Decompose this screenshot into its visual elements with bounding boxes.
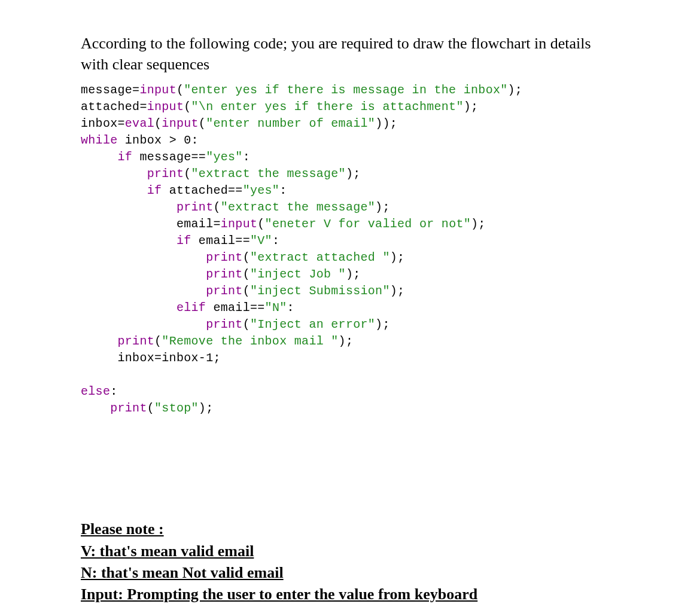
code-block: message=input("enter yes if there is mes… [81, 82, 619, 417]
code-token: ( [147, 401, 154, 415]
code-token [81, 234, 176, 248]
code-token: print [206, 267, 243, 281]
code-token: ( [257, 217, 264, 231]
code-token: input [139, 83, 176, 97]
code-token: inbox= [81, 117, 125, 130]
code-token: ( [243, 284, 250, 298]
code-token: "extract the message" [221, 200, 375, 214]
notes-line: N: that's mean Not valid email [81, 562, 619, 584]
code-token: : [272, 234, 279, 248]
code-token [81, 318, 206, 331]
notes-heading: Please note : [81, 518, 619, 540]
code-token: print [206, 318, 243, 331]
question-prompt: According to the following code; you are… [81, 33, 619, 75]
code-token: while [81, 133, 118, 147]
code-token: elif [176, 301, 206, 315]
code-token: "inject Job " [250, 267, 346, 281]
code-token: email= [81, 217, 221, 231]
code-token: "inject Submission" [250, 284, 390, 298]
code-token: message= [81, 83, 139, 97]
code-token [81, 334, 118, 348]
code-token: "extract attached " [250, 251, 390, 264]
code-token: )); [375, 117, 397, 130]
code-token: ( [184, 100, 191, 114]
code-token [81, 251, 206, 264]
code-token: print [206, 284, 243, 298]
code-token: "N" [265, 301, 287, 315]
code-token: "enter number of email" [206, 117, 375, 130]
code-token: attached= [81, 100, 147, 114]
code-token: input [147, 100, 184, 114]
code-token: if [147, 184, 162, 197]
code-token: ( [213, 200, 220, 214]
code-token: "eneter V for valied or not" [265, 217, 471, 231]
code-token: : [110, 385, 117, 398]
code-token: ); [346, 267, 361, 281]
code-token: else [81, 385, 110, 398]
code-token: ( [154, 334, 162, 348]
code-token [81, 150, 118, 164]
code-token: print [206, 251, 243, 264]
code-token: ( [176, 83, 184, 97]
notes-line: V: that's mean valid email [81, 541, 619, 562]
code-token: ); [346, 167, 361, 181]
code-token: input [221, 217, 258, 231]
code-token: print [118, 334, 155, 348]
code-token: print [147, 167, 184, 181]
code-token: ); [375, 318, 390, 331]
notes-line: Input: Prompting the user to enter the v… [81, 584, 619, 605]
code-token: ( [243, 251, 250, 264]
code-token [81, 284, 206, 298]
code-token: ); [375, 200, 390, 214]
code-token: "stop" [154, 401, 199, 415]
code-token [81, 267, 206, 281]
code-token: print [110, 401, 147, 415]
code-token: "\n enter yes if there is attachment" [191, 100, 464, 114]
code-token: inbox > 0: [118, 133, 199, 147]
code-token: "extract the message" [191, 167, 346, 181]
code-token: "yes" [243, 184, 280, 197]
code-token [81, 401, 110, 415]
code-token: input [162, 117, 199, 130]
code-token: ); [464, 100, 479, 114]
code-token: ); [390, 251, 405, 264]
code-token: : [243, 150, 250, 164]
code-token: ( [154, 117, 162, 130]
code-token: "enter yes if there is message in the in… [184, 83, 507, 97]
code-token: "Inject an error" [250, 318, 375, 331]
code-token: email== [191, 234, 250, 248]
code-token: "yes" [206, 150, 243, 164]
code-token: "V" [250, 234, 272, 248]
code-token: ); [339, 334, 354, 348]
code-token: ); [199, 401, 214, 415]
code-token [81, 301, 176, 315]
code-token: if [176, 234, 191, 248]
code-token: ( [199, 117, 206, 130]
code-token: ); [390, 284, 405, 298]
code-token: ); [471, 217, 486, 231]
code-token: : [287, 301, 294, 315]
code-token [81, 200, 176, 214]
code-token [81, 167, 147, 181]
code-token: email== [206, 301, 264, 315]
code-token: ( [184, 167, 191, 181]
code-token: : [279, 184, 287, 197]
code-token: if [118, 150, 133, 164]
code-token: ( [243, 318, 250, 331]
code-token [81, 184, 147, 197]
code-token: print [176, 200, 214, 214]
code-token: message== [132, 150, 206, 164]
code-token: inbox=inbox-1; [81, 351, 221, 365]
code-token: ); [508, 83, 523, 97]
code-token: ( [243, 267, 250, 281]
code-token: "Remove the inbox mail " [162, 334, 338, 348]
code-token: attached== [162, 184, 242, 197]
code-token: eval [125, 117, 154, 130]
notes-section: Please note : V: that's mean valid email… [81, 518, 619, 610]
notes-line: Elif: it is equivalent to else if [81, 606, 619, 610]
